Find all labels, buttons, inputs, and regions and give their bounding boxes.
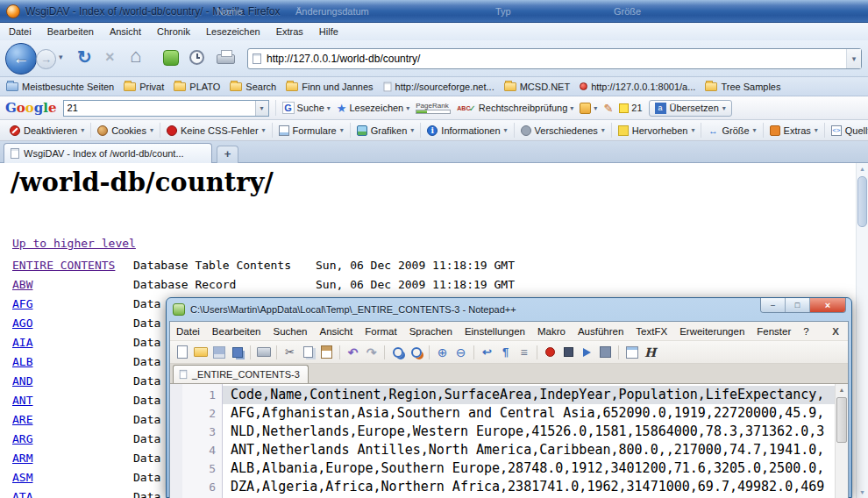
notepadpp-titlebar[interactable]: C:\Users\Martin\AppData\Local\Temp\_ENTI…: [169, 298, 849, 321]
webdev-extras[interactable]: Extras▾: [764, 123, 825, 138]
npp-menu-ansicht[interactable]: Ansicht: [314, 326, 359, 337]
entry-link[interactable]: AND: [12, 374, 32, 388]
menu-chronik[interactable]: Chronik: [157, 26, 190, 37]
webdev-groesse[interactable]: Größe▾: [701, 123, 763, 138]
webdev-deaktivieren[interactable]: Deaktivieren▾: [4, 123, 91, 138]
scrollbar-thumb[interactable]: [857, 176, 867, 227]
maximize-button[interactable]: □: [786, 298, 810, 312]
find-icon[interactable]: [389, 344, 406, 360]
entry-link[interactable]: ARE: [12, 413, 32, 426]
save-icon[interactable]: [210, 344, 227, 360]
new-tab-button[interactable]: +: [217, 146, 238, 163]
entry-link[interactable]: AFG: [12, 297, 32, 310]
code-line[interactable]: NLD,Netherlands,Europe,Western Europe,41…: [223, 423, 835, 441]
play-macro-icon[interactable]: [579, 344, 595, 360]
stop-icon[interactable]: [105, 48, 115, 67]
bookmark-sourceforge[interactable]: http://sourceforge.net...: [383, 82, 494, 92]
entry-link[interactable]: ANT: [12, 394, 32, 407]
code-line[interactable]: ALB,Albania,Europe,Southern Europe,28748…: [223, 459, 835, 478]
npp-menu-bearbeiten[interactable]: Bearbeiten: [206, 326, 267, 337]
bookmark-mcsd-net[interactable]: MCSD.NET: [504, 82, 570, 92]
scroll-up-icon[interactable]: ▲: [857, 163, 868, 174]
tab-wsgidav-index[interactable]: WsgiDAV - Index of /world-db/count...: [4, 143, 212, 163]
bookmark-plato[interactable]: PLATO: [174, 82, 220, 92]
code-line[interactable]: AFG,Afghanistan,Asia,Southern and Centra…: [223, 404, 835, 423]
home-icon[interactable]: [130, 45, 141, 68]
cut-icon[interactable]: [281, 344, 298, 360]
webdev-cookies[interactable]: Cookies▾: [91, 123, 160, 138]
reload-icon[interactable]: [77, 46, 92, 68]
save-all-icon[interactable]: [229, 344, 245, 360]
npp-menu-fenster[interactable]: Fenster: [751, 326, 797, 337]
npp-menu-ausfuehren[interactable]: Ausführen: [572, 326, 630, 337]
undo-icon[interactable]: [345, 344, 361, 360]
redo-icon[interactable]: [363, 344, 380, 360]
new-file-icon[interactable]: [174, 344, 190, 360]
npp-menu-suchen[interactable]: Suchen: [267, 326, 313, 337]
save-macro-icon[interactable]: [597, 344, 614, 360]
webdev-hervorheben[interactable]: Hervorheben▾: [612, 123, 702, 138]
open-folder-icon[interactable]: [192, 344, 209, 360]
bookmark-tree-samples[interactable]: Tree Samples: [705, 82, 780, 92]
bookmark-meistbesuchte-seiten[interactable]: Meistbesuchte Seiten: [6, 82, 114, 92]
npp-menu-sprachen[interactable]: Sprachen: [403, 326, 459, 337]
record-macro-icon[interactable]: [542, 344, 559, 360]
entry-link[interactable]: ARM: [12, 452, 32, 465]
entry-link[interactable]: ATA: [12, 490, 32, 498]
entry-link[interactable]: AIA: [12, 336, 32, 349]
menu-datei[interactable]: Datei: [9, 26, 32, 37]
entry-link[interactable]: ALB: [12, 355, 32, 368]
url-bar[interactable]: ▾: [247, 48, 862, 69]
plugin-icon[interactable]: [163, 50, 179, 66]
close-button[interactable]: ×: [810, 298, 845, 312]
change-case-icon[interactable]: [642, 344, 658, 360]
npp-menu-format[interactable]: Format: [359, 326, 402, 337]
pagerank-indicator[interactable]: PageRank: [416, 102, 451, 114]
code-line[interactable]: ANT,Netherlands Antilles,North America,C…: [223, 441, 835, 459]
paste-icon[interactable]: [318, 344, 335, 360]
replace-icon[interactable]: [408, 344, 424, 360]
code-line[interactable]: Code,Name,Continent,Region,SurfaceArea,I…: [223, 386, 835, 404]
entry-link[interactable]: AGO: [12, 317, 32, 330]
editor-scrollbar[interactable]: ▲: [835, 384, 848, 498]
webdev-formulare[interactable]: Formulare▾: [273, 123, 351, 138]
function-list-icon[interactable]: [623, 344, 640, 360]
autofill-button[interactable]: ▾: [580, 103, 597, 114]
minimize-button[interactable]: –: [761, 298, 786, 312]
copy-icon[interactable]: [300, 344, 317, 360]
print-icon[interactable]: [217, 54, 235, 64]
url-dropdown-icon[interactable]: ▾: [846, 49, 861, 68]
print-icon[interactable]: [255, 344, 272, 360]
entry-link[interactable]: ARG: [12, 432, 32, 445]
bookmark-privat[interactable]: Privat: [124, 82, 164, 92]
word-wrap-icon[interactable]: [479, 344, 495, 360]
google-search-box[interactable]: ▾: [63, 100, 269, 117]
back-button[interactable]: [5, 43, 37, 75]
menu-lesezeichen[interactable]: Lesezeichen: [206, 26, 260, 37]
indent-guide-icon[interactable]: [516, 344, 532, 360]
npp-menu-datei[interactable]: Datei: [170, 326, 206, 337]
npp-menu-textfx[interactable]: TextFX: [630, 326, 673, 337]
google-bookmarks-button[interactable]: Lesezeichen▾: [337, 102, 409, 115]
page-scrollbar[interactable]: ▲ ▼: [856, 163, 868, 498]
clock-icon[interactable]: [189, 50, 204, 65]
bookmark-localhost-8001[interactable]: http://127.0.0.1:8001/a...: [580, 82, 695, 92]
npp-menu-einstellungen[interactable]: Einstellungen: [459, 326, 531, 337]
firefox-titlebar[interactable]: WsgiDAV - Index of /world-db/country/ - …: [0, 0, 868, 23]
bookmark-finn-und-jannes[interactable]: Finn und Jannes: [286, 82, 373, 92]
zoom-out-icon[interactable]: [452, 344, 469, 360]
show-all-characters-icon[interactable]: [497, 344, 514, 360]
scrollbar-thumb[interactable]: [836, 397, 847, 443]
entry-link[interactable]: ASM: [12, 471, 32, 484]
menu-ansicht[interactable]: Ansicht: [110, 26, 141, 37]
url-input[interactable]: [267, 53, 846, 65]
search-dropdown-icon[interactable]: ▾: [255, 101, 268, 116]
menu-extras[interactable]: Extras: [276, 26, 303, 37]
menu-hilfe[interactable]: Hilfe: [319, 26, 338, 37]
scroll-up-icon[interactable]: ▲: [836, 384, 848, 396]
notepadpp-window[interactable]: C:\Users\Martin\AppData\Local\Temp\_ENTI…: [166, 297, 852, 498]
npp-menu-close-icon[interactable]: X: [823, 326, 848, 337]
webdev-verschiedenes[interactable]: Verschiedenes▾: [515, 123, 612, 138]
menu-bearbeiten[interactable]: Bearbeiten: [47, 26, 94, 37]
entry-link[interactable]: ENTIRE CONTENTS: [12, 259, 115, 272]
